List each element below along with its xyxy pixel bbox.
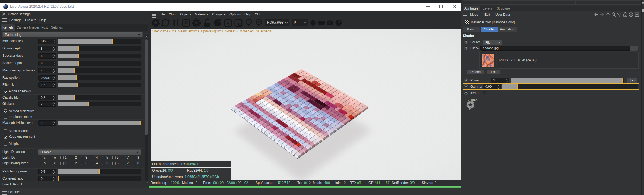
svg-text:M: M: [257, 20, 260, 24]
svg-text:F: F: [248, 20, 250, 24]
svg-text:R: R: [184, 21, 188, 25]
